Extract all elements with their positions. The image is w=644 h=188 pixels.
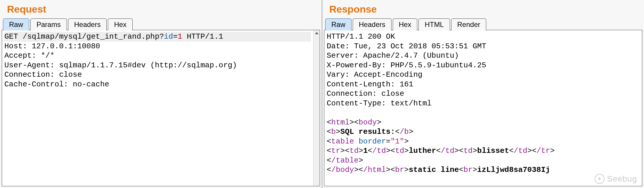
request-scrollbar[interactable] bbox=[313, 30, 320, 186]
request-raw-content[interactable]: GET /sqlmap/mysql/get_int_rand.php?id=1 … bbox=[2, 30, 313, 186]
request-tab-hex[interactable]: Hex bbox=[108, 18, 133, 30]
response-tab-raw[interactable]: Raw bbox=[325, 18, 352, 30]
response-raw-content[interactable]: HTTP/1.1 200 OK Date: Tue, 23 Oct 2018 0… bbox=[324, 30, 642, 186]
response-tab-headers[interactable]: Headers bbox=[353, 18, 392, 30]
response-tab-render[interactable]: Render bbox=[451, 18, 487, 30]
request-tab-raw[interactable]: Raw bbox=[3, 18, 29, 30]
request-tab-headers[interactable]: Headers bbox=[68, 18, 107, 30]
response-tab-hex[interactable]: Hex bbox=[393, 18, 418, 30]
request-panel: Request RawParamsHeadersHex GET /sqlmap/… bbox=[0, 0, 322, 188]
request-tabs: RawParamsHeadersHex bbox=[0, 18, 322, 30]
response-content-wrap: HTTP/1.1 200 OK Date: Tue, 23 Oct 2018 0… bbox=[324, 30, 642, 186]
response-tab-html[interactable]: HTML bbox=[418, 18, 450, 30]
request-title: Request bbox=[0, 0, 322, 18]
main-split: Request RawParamsHeadersHex GET /sqlmap/… bbox=[0, 0, 644, 188]
response-tabs: RawHeadersHexHTMLRender bbox=[322, 18, 644, 30]
scroll-up-icon bbox=[315, 32, 318, 34]
request-content-wrap: GET /sqlmap/mysql/get_int_rand.php?id=1 … bbox=[2, 30, 320, 186]
request-tab-params[interactable]: Params bbox=[30, 18, 67, 30]
response-title: Response bbox=[322, 0, 644, 18]
response-panel: Response RawHeadersHexHTMLRender HTTP/1.… bbox=[322, 0, 644, 188]
